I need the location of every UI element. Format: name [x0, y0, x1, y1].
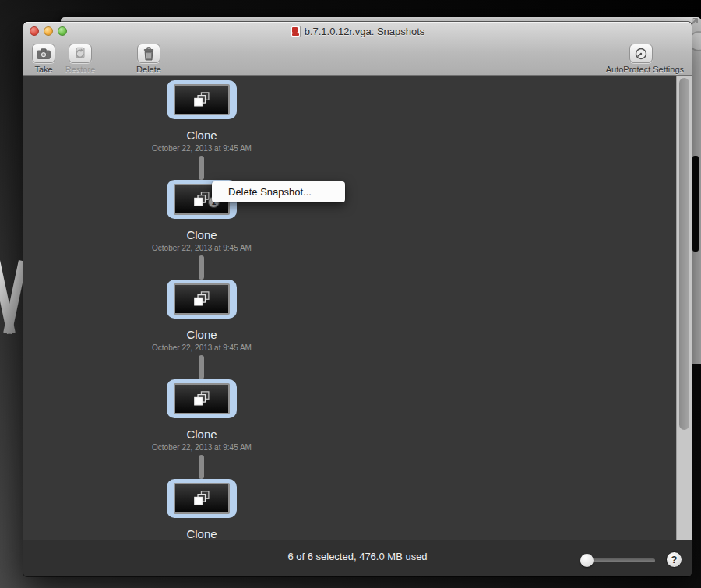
snapshot-thumbnail-selected[interactable]	[167, 280, 237, 319]
snapshot-screen-thumbnail[interactable]	[174, 283, 230, 315]
snapshot-thumbnail-selected[interactable]	[167, 479, 237, 518]
clone-stack-icon	[194, 192, 210, 207]
clone-stack-icon	[194, 291, 210, 307]
snapshot-date: October 22, 2013 at 9:45 AM	[85, 144, 319, 153]
restore-snapshot-button[interactable]	[69, 44, 92, 63]
scrollbar-thumb[interactable]	[679, 78, 689, 430]
context-menu: Delete Snapshot...	[212, 181, 345, 202]
snapshot-name: Clone	[85, 328, 319, 341]
trash-icon	[143, 47, 155, 61]
snapshot-screen-thumbnail[interactable]	[174, 483, 230, 514]
autoprotect-settings-button[interactable]	[629, 44, 653, 63]
question-mark-icon: ?	[671, 554, 678, 565]
snapshot-name: Clone	[85, 129, 319, 142]
window-title: b.7.1.0.12r.vga: Snapshots	[305, 26, 425, 37]
timeline-connector	[199, 156, 204, 180]
snapshot-thumbnail-selected[interactable]	[167, 80, 237, 119]
autoprotect-button-label: AutoProtect Settings	[567, 65, 684, 74]
timeline-connector	[199, 455, 204, 479]
clone-stack-icon	[194, 92, 210, 107]
background-window-scrollbar	[692, 156, 699, 252]
window-title-group: b.7.1.0.12r.vga: Snapshots	[23, 22, 692, 40]
snapshot-name: Clone	[85, 527, 319, 540]
snapshot-name: Clone	[85, 428, 319, 441]
snapshot-name: Clone	[85, 228, 319, 241]
timeline-connector	[199, 355, 204, 379]
timeline-connector	[199, 255, 204, 280]
restore-arrow-icon	[73, 47, 87, 61]
delete-button-label: Delete	[125, 65, 172, 74]
restore-button-label: Restore	[57, 65, 104, 74]
take-snapshot-button[interactable]	[32, 44, 55, 63]
titlebar: b.7.1.0.12r.vga: Snapshots	[23, 22, 692, 40]
status-bar: 6 of 6 selected, 476.0 MB used ?	[23, 540, 692, 576]
gauge-clock-icon	[634, 47, 648, 61]
snapshot-date: October 22, 2013 at 9:45 AM	[85, 343, 319, 352]
clone-stack-icon	[194, 391, 210, 407]
camera-icon	[36, 48, 51, 60]
window-header: b.7.1.0.12r.vga: Snapshots Take	[23, 22, 692, 76]
toolbar: Take Restore	[23, 40, 692, 76]
snapshot-screen-thumbnail[interactable]	[174, 84, 230, 115]
context-menu-item-delete-snapshot[interactable]: Delete Snapshot...	[212, 186, 312, 198]
snapshot-date: October 22, 2013 at 9:45 AM	[85, 244, 319, 252]
desktop: b.7.1.0.12r.vga: Snapshots Take	[0, 0, 701, 588]
snapshot-timeline: CloneOctober 22, 2013 at 9:45 AM1CloneOc…	[23, 76, 692, 540]
snapshot-date: October 22, 2013 at 9:45 AM	[85, 443, 319, 452]
delete-snapshot-button[interactable]	[137, 44, 160, 63]
help-button[interactable]: ?	[666, 551, 682, 568]
clone-stack-icon	[194, 491, 210, 506]
snapshot-thumbnail-selected[interactable]	[167, 379, 237, 418]
thumbnail-size-slider-knob[interactable]	[580, 554, 594, 567]
thumbnail-size-slider-track[interactable]	[587, 558, 655, 562]
snapshot-screen-thumbnail[interactable]	[174, 383, 230, 414]
scrollbar-track[interactable]	[676, 76, 692, 540]
snapshots-window: b.7.1.0.12r.vga: Snapshots Take	[23, 22, 692, 576]
vm-document-icon	[291, 26, 301, 37]
